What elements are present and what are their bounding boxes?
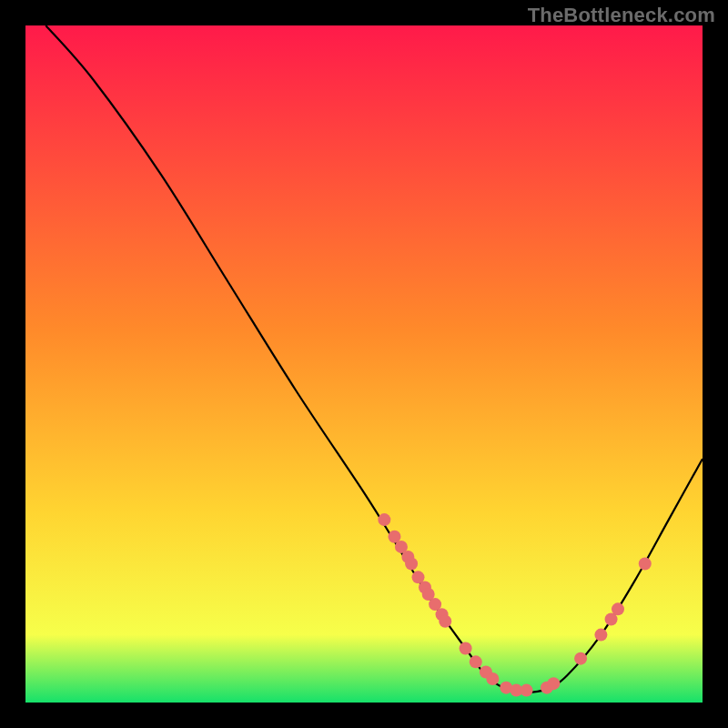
- data-marker: [378, 513, 390, 526]
- data-marker: [594, 629, 607, 642]
- data-marker: [439, 615, 451, 628]
- watermark-text: TheBottleneck.com: [528, 4, 715, 27]
- data-marker: [612, 602, 624, 615]
- data-marker: [639, 557, 652, 570]
- data-marker: [547, 677, 560, 690]
- chart-area: [25, 25, 703, 703]
- data-marker: [521, 684, 533, 697]
- data-marker: [574, 652, 587, 665]
- data-marker: [486, 672, 499, 685]
- data-marker: [470, 655, 482, 668]
- gradient-background: [25, 25, 703, 703]
- data-marker: [460, 642, 472, 654]
- data-marker: [405, 557, 418, 570]
- app-frame: TheBottleneck.com: [0, 0, 728, 728]
- chart-svg: [25, 25, 703, 703]
